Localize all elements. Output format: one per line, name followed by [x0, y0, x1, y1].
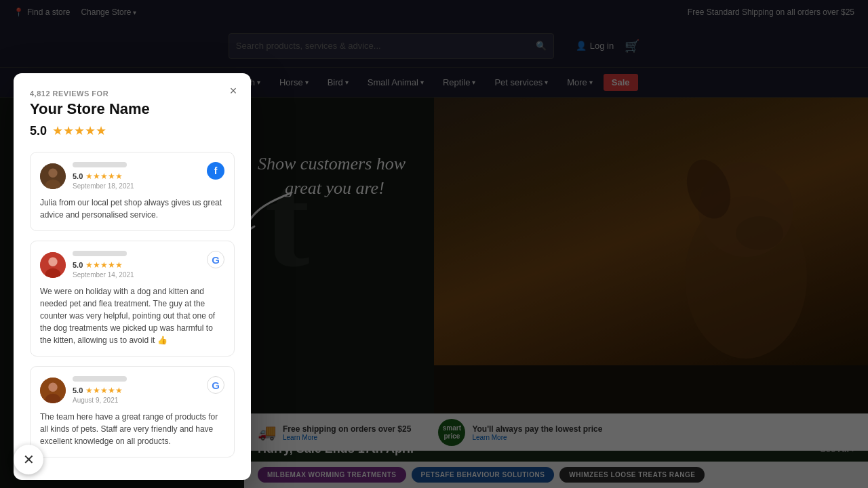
- svg-point-5: [48, 168, 57, 177]
- review-card-1: 5.0 ★★★★★ September 14, 2021 G We were o…: [30, 241, 235, 357]
- review-card-0: 5.0 ★★★★★ September 18, 2021 f Julia fro…: [30, 152, 235, 231]
- review-text-0: Julia from our local pet shop always giv…: [40, 197, 224, 221]
- reviewer-meta-1: 5.0 ★★★★★ September 14, 2021: [73, 251, 134, 279]
- reviewer-info-2: 5.0 ★★★★★ August 9, 2021: [40, 376, 127, 404]
- review-rating-0: 5.0 ★★★★★: [73, 171, 134, 181]
- review-score-1: 5.0: [73, 261, 83, 269]
- rating-number: 5.0: [30, 124, 47, 138]
- review-header-1: 5.0 ★★★★★ September 14, 2021 G: [40, 251, 224, 279]
- review-date-2: August 9, 2021: [73, 396, 127, 404]
- reviewer-name-bar-1: [73, 251, 127, 256]
- reviewer-info-0: 5.0 ★★★★★ September 18, 2021: [40, 162, 134, 190]
- reviewer-name-bar-0: [73, 162, 127, 167]
- google-icon-1: G: [207, 251, 224, 268]
- facebook-icon-0: f: [207, 162, 224, 180]
- review-rating-1: 5.0 ★★★★★: [73, 260, 134, 270]
- review-card-2: 5.0 ★★★★★ August 9, 2021 G The team here…: [30, 366, 235, 458]
- reviewer-info-1: 5.0 ★★★★★ September 14, 2021: [40, 251, 134, 279]
- reviews-modal: × 4,812 REVIEWS FOR Your Store Name 5.0 …: [14, 73, 251, 480]
- review-date-0: September 18, 2021: [73, 182, 134, 190]
- rating-stars: ★★★★★: [52, 123, 106, 138]
- bottom-close-button[interactable]: ✕: [14, 445, 43, 474]
- store-name-heading: Your Store Name: [30, 100, 235, 118]
- svg-point-8: [48, 257, 57, 266]
- avatar-1: [40, 252, 66, 278]
- review-stars-2: ★★★★★: [85, 386, 123, 395]
- avatar-2: [40, 378, 66, 403]
- overall-rating: 5.0 ★★★★★: [30, 123, 235, 138]
- review-text-2: The team here have a great range of prod…: [40, 411, 224, 447]
- review-header-2: 5.0 ★★★★★ August 9, 2021 G: [40, 376, 224, 404]
- reviewer-meta-2: 5.0 ★★★★★ August 9, 2021: [73, 376, 127, 404]
- review-stars-1: ★★★★★: [85, 260, 123, 270]
- review-stars-0: ★★★★★: [85, 171, 123, 181]
- google-icon-2: G: [207, 376, 224, 394]
- review-date-1: September 14, 2021: [73, 271, 134, 279]
- review-score-0: 5.0: [73, 172, 83, 180]
- review-rating-2: 5.0 ★★★★★: [73, 386, 127, 395]
- reviewer-meta-0: 5.0 ★★★★★ September 18, 2021: [73, 162, 134, 190]
- avatar-0: [40, 163, 66, 189]
- reviewer-name-bar-2: [73, 376, 127, 382]
- review-score-2: 5.0: [73, 386, 83, 394]
- modal-close-button[interactable]: ×: [225, 83, 241, 99]
- avatar-placeholder-0: [40, 163, 66, 189]
- review-header-0: 5.0 ★★★★★ September 18, 2021 f: [40, 162, 224, 190]
- svg-point-11: [48, 382, 57, 391]
- reviews-for-label: 4,812 REVIEWS FOR: [30, 89, 235, 98]
- review-text-1: We were on holiday with a dog and kitten…: [40, 285, 224, 346]
